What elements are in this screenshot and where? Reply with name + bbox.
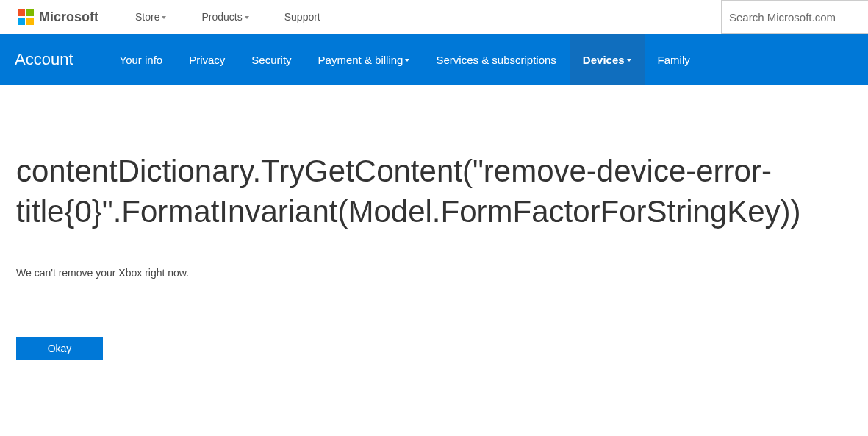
chevron-down-icon xyxy=(405,59,409,62)
microsoft-logo-text: Microsoft xyxy=(39,10,98,25)
nav-item-label: Services & subscriptions xyxy=(436,54,556,66)
nav-products[interactable]: Products xyxy=(201,11,248,23)
nav-support-label: Support xyxy=(284,11,320,23)
nav-item-label: Payment & billing xyxy=(318,54,403,66)
chevron-down-icon xyxy=(162,16,166,19)
account-nav: Account Your info Privacy Security Payme… xyxy=(0,34,868,85)
nav-store[interactable]: Store xyxy=(135,11,166,23)
nav-security[interactable]: Security xyxy=(238,34,304,85)
nav-family[interactable]: Family xyxy=(645,34,703,85)
nav-item-label: Your info xyxy=(120,54,163,66)
microsoft-logo-icon xyxy=(18,9,34,25)
nav-item-label: Security xyxy=(251,54,291,66)
nav-services-subscriptions[interactable]: Services & subscriptions xyxy=(423,34,569,85)
nav-payment-billing[interactable]: Payment & billing xyxy=(305,34,423,85)
nav-item-label: Privacy xyxy=(189,54,225,66)
global-header: Microsoft Store Products Support xyxy=(0,0,868,34)
nav-products-label: Products xyxy=(201,11,242,23)
nav-item-label: Family xyxy=(658,54,690,66)
nav-your-info[interactable]: Your info xyxy=(107,34,176,85)
chevron-down-icon xyxy=(627,59,631,62)
nav-devices[interactable]: Devices xyxy=(570,34,645,85)
microsoft-logo[interactable]: Microsoft xyxy=(18,9,98,25)
main-content: contentDictionary.TryGetContent("remove-… xyxy=(0,85,868,389)
nav-support[interactable]: Support xyxy=(284,11,320,23)
nav-store-label: Store xyxy=(135,11,159,23)
nav-item-label: Devices xyxy=(583,54,625,66)
nav-privacy[interactable]: Privacy xyxy=(176,34,238,85)
error-message: We can't remove your Xbox right now. xyxy=(16,267,852,279)
chevron-down-icon xyxy=(245,16,249,19)
account-nav-title: Account xyxy=(15,50,73,69)
search-input[interactable] xyxy=(729,11,861,24)
search-box[interactable] xyxy=(721,0,868,34)
error-title: contentDictionary.TryGetContent("remove-… xyxy=(16,151,847,232)
global-nav: Store Products Support xyxy=(135,11,320,23)
okay-button[interactable]: Okay xyxy=(16,337,103,360)
